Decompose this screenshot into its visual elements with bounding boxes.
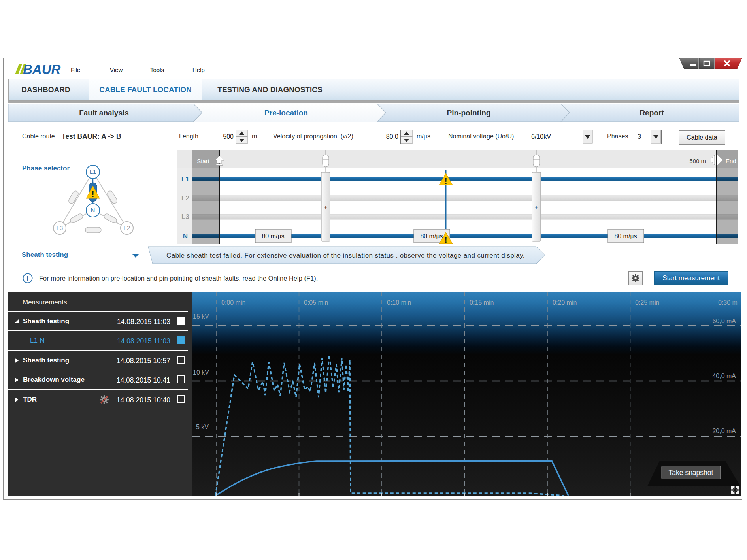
svg-text:0:05 min: 0:05 min bbox=[304, 299, 328, 306]
svg-text:40,0 mA: 40,0 mA bbox=[712, 373, 736, 379]
svg-text:BAUR: BAUR bbox=[23, 63, 60, 75]
svg-text:N: N bbox=[91, 207, 95, 213]
svg-text:L2: L2 bbox=[124, 224, 130, 231]
svg-text:End: End bbox=[726, 158, 736, 164]
svg-text:!: ! bbox=[445, 177, 447, 185]
svg-text:0:20 min: 0:20 min bbox=[553, 299, 577, 306]
svg-text:L3: L3 bbox=[57, 224, 63, 231]
svg-text:0:00 min: 0:00 min bbox=[221, 299, 245, 306]
svg-text:80 m/µs: 80 m/µs bbox=[262, 233, 284, 239]
svg-text:L3: L3 bbox=[181, 213, 189, 221]
svg-text:0:15 min: 0:15 min bbox=[470, 299, 494, 306]
svg-text:0:10 min: 0:10 min bbox=[387, 299, 411, 306]
svg-text:0:25 min: 0:25 min bbox=[635, 299, 659, 306]
svg-text:L2: L2 bbox=[181, 194, 189, 202]
svg-text:5 kV: 5 kV bbox=[196, 424, 209, 430]
svg-text:L1: L1 bbox=[90, 168, 96, 175]
svg-text:60,0 mA: 60,0 mA bbox=[712, 318, 736, 324]
svg-text:Report: Report bbox=[639, 109, 664, 117]
svg-text:10 kV: 10 kV bbox=[193, 369, 209, 376]
svg-text:!: ! bbox=[91, 189, 94, 199]
svg-text:+: + bbox=[535, 204, 538, 210]
svg-text:L1: L1 bbox=[181, 175, 189, 183]
svg-text:80 m/µs: 80 m/µs bbox=[420, 233, 443, 239]
svg-text:Pre-location: Pre-location bbox=[264, 109, 308, 117]
svg-text:15 kV: 15 kV bbox=[193, 313, 209, 320]
svg-text:80 m/µs: 80 m/µs bbox=[614, 233, 637, 239]
svg-text:i: i bbox=[26, 275, 28, 283]
svg-text:!: ! bbox=[445, 236, 447, 244]
svg-text:500 m: 500 m bbox=[689, 158, 706, 164]
svg-text:Start: Start bbox=[197, 158, 210, 164]
svg-text:0:30 m: 0:30 m bbox=[718, 299, 738, 306]
svg-text:+: + bbox=[324, 204, 328, 210]
svg-text:Fault analysis: Fault analysis bbox=[79, 109, 129, 117]
svg-text:N: N bbox=[183, 232, 188, 240]
svg-text:Take snapshot: Take snapshot bbox=[669, 469, 713, 477]
svg-text:Cable sheath test failed. For: Cable sheath test failed. For extensive … bbox=[166, 252, 525, 259]
svg-text:Pin-pointing: Pin-pointing bbox=[447, 109, 491, 117]
svg-text:20,0 mA: 20,0 mA bbox=[712, 428, 736, 434]
